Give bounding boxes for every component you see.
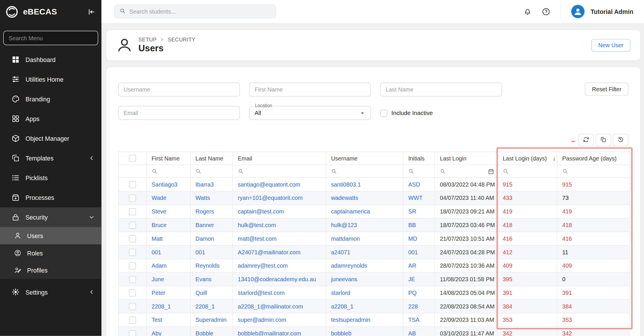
cell-first-name[interactable]: Steve <box>146 205 190 218</box>
copy-grid-button[interactable] <box>596 134 611 146</box>
breadcrumb-security[interactable]: SECURITY <box>168 36 195 43</box>
filter-cell-first-name[interactable] <box>146 165 190 178</box>
cell-last-name[interactable]: Bobble <box>190 327 233 336</box>
help-icon[interactable] <box>542 7 550 16</box>
filter-cell-last-login-days[interactable] <box>498 165 557 178</box>
cell-first-name[interactable]: Bruce <box>146 218 190 232</box>
cell-email[interactable]: starlord@test.com <box>233 286 326 300</box>
restore-history-button[interactable] <box>613 134 628 146</box>
row-checkbox[interactable] <box>129 249 136 255</box>
cell-initials[interactable]: MD <box>403 232 435 245</box>
row-checkbox[interactable] <box>129 303 136 310</box>
cell-initials[interactable]: PQ <box>403 286 435 300</box>
cell-first-name[interactable]: Test <box>146 313 190 327</box>
reset-filter-button[interactable]: Reset Filter <box>585 83 628 96</box>
refresh-button[interactable] <box>578 134 594 146</box>
new-user-button[interactable]: New User <box>591 39 630 52</box>
breadcrumb-setup[interactable]: SETUP <box>138 36 157 43</box>
cell-last-name[interactable]: Ibarra3 <box>190 178 233 191</box>
cell-email[interactable]: bobbleb@mailinator.com <box>233 327 326 336</box>
cell-email[interactable]: hulk@test.com <box>233 218 326 232</box>
include-inactive-group[interactable]: Include Inactive <box>380 106 433 120</box>
cell-username[interactable]: captainamerica <box>326 205 403 218</box>
cell-first-name[interactable]: 2208_1 <box>146 300 190 313</box>
cell-username[interactable]: hulk@123 <box>326 218 403 232</box>
cell-email[interactable]: adamrey@test.com <box>233 259 326 273</box>
cell-first-name[interactable]: June <box>146 273 190 286</box>
cell-first-name[interactable]: Adam <box>146 259 190 273</box>
sidebar-item-picklists[interactable]: Picklists <box>0 168 101 188</box>
cell-last-name[interactable]: 001 <box>190 245 233 259</box>
sidebar-item-utilities-home[interactable]: Utilities Home <box>0 70 101 89</box>
email-filter-input[interactable] <box>118 106 240 120</box>
sidebar-item-profiles[interactable]: Profiles <box>0 262 101 279</box>
sidebar-item-security[interactable]: Security <box>0 207 101 227</box>
cell-first-name[interactable]: Santiago3 <box>146 178 190 191</box>
cell-last-name[interactable]: Reynolds <box>190 259 233 273</box>
cell-initials[interactable]: ASD <box>403 178 435 191</box>
column-header-last-login[interactable]: Last Login <box>435 152 498 165</box>
cell-last-name[interactable]: Banner <box>190 218 233 232</box>
cell-initials[interactable]: AR <box>403 259 435 273</box>
cell-username[interactable]: a24071 <box>326 245 403 259</box>
sidebar-item-templates[interactable]: Templates <box>0 148 101 168</box>
sidebar-item-apps[interactable]: Apps <box>0 109 101 129</box>
user-menu[interactable]: Tutorial Admin <box>570 4 633 19</box>
sidebar-item-branding[interactable]: Branding <box>0 89 101 109</box>
cell-first-name[interactable]: Peter <box>146 286 190 300</box>
column-header-email[interactable]: Email <box>233 152 326 165</box>
cell-email[interactable]: A24071@mailinator.com <box>233 245 326 259</box>
cell-email[interactable]: captain@test.com <box>233 205 326 218</box>
column-header-last-login-days[interactable]: Last Login (days)↓ <box>498 152 557 165</box>
cell-initials[interactable]: JE <box>403 273 435 286</box>
cell-email[interactable]: ryan+101@equatorit.com <box>233 191 326 205</box>
column-header-last-name[interactable]: Last Name <box>190 152 233 165</box>
cell-first-name[interactable]: Matt <box>146 232 190 245</box>
column-header-initials[interactable]: Initials <box>403 152 435 165</box>
sidebar-item-roles[interactable]: Roles <box>0 244 101 262</box>
cell-first-name[interactable]: Aby <box>146 327 190 336</box>
sidebar-item-processes[interactable]: Processes <box>0 188 101 207</box>
username-filter-input[interactable] <box>118 83 240 96</box>
sidebar-item-users[interactable]: Users <box>0 227 101 244</box>
sidebar-collapse-icon[interactable] <box>87 8 96 16</box>
cell-username[interactable]: testsuperadmin <box>326 313 403 327</box>
row-checkbox[interactable] <box>129 330 136 336</box>
cell-first-name[interactable]: Wade <box>146 191 190 205</box>
sidebar-item-object-manager[interactable]: Object Manager <box>0 129 101 148</box>
cell-initials[interactable]: SR <box>403 205 435 218</box>
select-all-checkbox[interactable] <box>129 155 136 162</box>
cell-email[interactable]: 13410@coderacademy.edu.au <box>233 273 326 286</box>
calendar-icon[interactable] <box>488 168 496 174</box>
cell-email[interactable]: matt@test.com <box>233 232 326 245</box>
cell-last-name[interactable]: Watts <box>190 191 233 205</box>
cell-last-name[interactable]: Evans <box>190 273 233 286</box>
cell-last-name[interactable]: Damon <box>190 232 233 245</box>
row-checkbox[interactable] <box>129 208 136 215</box>
row-checkbox[interactable] <box>129 235 136 242</box>
filter-cell-last-name[interactable] <box>190 165 233 178</box>
cell-initials[interactable]: BB <box>403 218 435 232</box>
last-name-filter-input[interactable] <box>380 83 502 96</box>
sidebar-item-settings[interactable]: Settings <box>0 282 101 302</box>
cell-initials[interactable]: TSA <box>403 313 435 327</box>
sidebar-search-input[interactable] <box>3 31 98 45</box>
filter-cell-email[interactable] <box>233 165 326 178</box>
cell-username[interactable]: mattdamon <box>326 232 403 245</box>
cell-initials[interactable]: WWT <box>403 191 435 205</box>
location-select[interactable]: Location All <box>249 106 371 120</box>
cell-first-name[interactable]: 001 <box>146 245 190 259</box>
cell-last-name[interactable]: Rogers <box>190 205 233 218</box>
cell-email[interactable]: a2208_1@mailinator.com <box>233 300 326 313</box>
sidebar-item-dashboard[interactable]: Dashboard <box>0 50 101 70</box>
cell-username[interactable]: a2208_1 <box>326 300 403 313</box>
include-inactive-checkbox[interactable] <box>380 109 387 116</box>
cell-initials[interactable]: 001 <box>403 245 435 259</box>
row-checkbox[interactable] <box>129 194 136 201</box>
filter-cell-last-login[interactable] <box>435 165 498 178</box>
row-checkbox[interactable] <box>129 289 136 296</box>
cell-username[interactable]: santi0803.1 <box>326 178 403 191</box>
cell-last-name[interactable]: Superadmin <box>190 313 233 327</box>
students-search-input[interactable] <box>129 8 271 15</box>
column-header-username[interactable]: Username <box>326 152 403 165</box>
